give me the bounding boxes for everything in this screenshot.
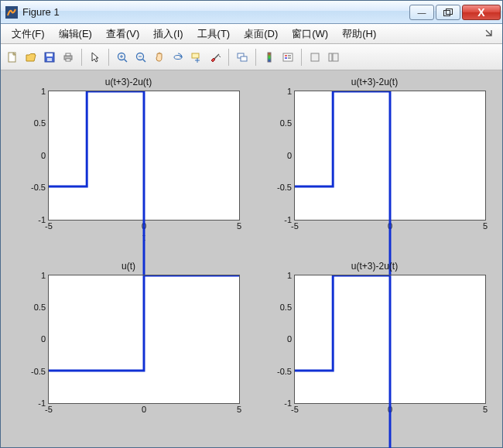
matlab-figure-icon — [5, 6, 18, 19]
plot-title: u(t+3)-2u(t) — [252, 261, 498, 272]
zoom-out-icon — [135, 51, 147, 63]
svg-rect-6 — [47, 58, 52, 61]
zoom-in-icon — [116, 51, 128, 63]
legend-icon — [282, 51, 294, 63]
ytick-label: 0 — [287, 151, 295, 160]
close-button[interactable]: X — [462, 5, 501, 20]
show-plot-tools-button[interactable] — [325, 49, 342, 66]
open-button[interactable] — [22, 49, 39, 66]
plot-title: u(t+3)-2u(t) — [252, 77, 498, 87]
subplot-grid: u(t+3)-2u(t) -1 -0.5 0 0.5 1 -5 0 5 t — [5, 75, 498, 443]
ytick-label: 0.5 — [34, 303, 49, 312]
data-cursor-button[interactable] — [188, 49, 205, 66]
menu-desktop[interactable]: 桌面(D) — [238, 26, 284, 43]
minimize-button[interactable]: — — [409, 5, 434, 20]
window-title: Figure 1 — [22, 6, 409, 18]
toolbar-separator — [228, 49, 229, 66]
plot-title: u(t+3)-2u(t) — [5, 77, 252, 87]
line-series — [49, 91, 239, 282]
ytick-label: 0.5 — [34, 118, 49, 128]
maximize-icon — [443, 9, 453, 16]
insert-legend-button[interactable] — [279, 49, 296, 66]
hide-tools-icon — [309, 51, 321, 63]
toolbar — [1, 44, 502, 70]
ytick-label: 0 — [287, 334, 295, 344]
svg-rect-8 — [66, 53, 70, 56]
window-buttons: — X — [409, 5, 501, 20]
rotate-3d-icon — [172, 51, 184, 63]
line-series — [295, 91, 485, 282]
titlebar[interactable]: Figure 1 — X — [1, 1, 502, 24]
brush-icon — [209, 51, 221, 63]
new-figure-button[interactable] — [4, 49, 21, 66]
svg-rect-30 — [311, 53, 319, 61]
svg-line-21 — [214, 54, 219, 59]
menu-help[interactable]: 帮助(H) — [336, 26, 382, 43]
new-file-icon — [6, 51, 19, 63]
ytick-label: -0.5 — [31, 183, 49, 192]
linking-icon — [236, 51, 248, 63]
menu-edit[interactable]: 编辑(E) — [53, 26, 98, 43]
svg-rect-5 — [46, 53, 53, 56]
save-icon — [43, 51, 56, 63]
svg-rect-2 — [447, 9, 453, 14]
ytick-label: 0.5 — [280, 303, 295, 312]
show-tools-icon — [327, 51, 340, 63]
menubar: 文件(F) 编辑(E) 查看(V) 插入(I) 工具(T) 桌面(D) 窗口(W… — [1, 24, 502, 44]
save-button[interactable] — [41, 49, 58, 66]
subplot-1[interactable]: u(t+3)-2u(t) -1 -0.5 0 0.5 1 -5 0 5 t — [5, 75, 252, 259]
toolbar-separator — [81, 49, 82, 66]
ytick-label: -0.5 — [277, 183, 295, 192]
subplot-4[interactable]: u(t+3)-2u(t) -1 -0.5 0 0.5 1 -5 0 5 — [252, 259, 498, 443]
pointer-button[interactable] — [87, 49, 104, 66]
ytick-label: 0 — [41, 151, 49, 160]
toolbar-separator — [108, 49, 109, 66]
axes: -1 -0.5 0 0.5 1 -5 0 5 — [294, 91, 486, 221]
hide-plot-tools-button[interactable] — [306, 49, 323, 66]
line-series — [49, 275, 239, 449]
figure-window: Figure 1 — X 文件(F) 编辑(E) 查看(V) 插入(I) 工具(… — [0, 0, 503, 448]
pan-hand-icon — [153, 51, 166, 63]
ytick-label: -0.5 — [31, 367, 49, 376]
menu-window[interactable]: 窗口(W) — [286, 26, 334, 43]
subplot-2[interactable]: u(t+3)-2u(t) -1 -0.5 0 0.5 1 -5 0 5 — [252, 75, 498, 259]
toolbar-anchor-icon[interactable] — [482, 26, 498, 41]
svg-rect-23 — [241, 56, 247, 61]
svg-line-11 — [125, 59, 128, 62]
ytick-label: 1 — [41, 87, 49, 96]
svg-rect-9 — [66, 59, 70, 61]
open-folder-icon — [25, 51, 37, 63]
line-series — [295, 275, 485, 449]
data-cursor-icon — [190, 51, 203, 63]
print-button[interactable] — [60, 49, 77, 66]
plot-title: u(t) — [5, 261, 252, 272]
link-data-button[interactable] — [234, 49, 251, 66]
rotate-button[interactable] — [169, 49, 186, 66]
svg-rect-31 — [329, 53, 332, 61]
menu-view[interactable]: 查看(V) — [100, 26, 145, 43]
svg-rect-25 — [283, 53, 293, 61]
ytick-label: 0.5 — [280, 118, 295, 128]
menu-tools[interactable]: 工具(T) — [191, 26, 237, 43]
colorbar-icon — [263, 51, 275, 63]
brush-button[interactable] — [207, 49, 224, 66]
svg-rect-24 — [268, 53, 271, 62]
menu-file[interactable]: 文件(F) — [5, 26, 51, 43]
svg-rect-1 — [444, 10, 450, 15]
close-glyph: X — [477, 6, 484, 19]
ytick-label: 1 — [41, 271, 49, 280]
svg-line-15 — [143, 59, 146, 62]
minimize-glyph: — — [418, 8, 426, 17]
insert-colorbar-button[interactable] — [261, 49, 278, 66]
ytick-label: 0 — [41, 334, 49, 344]
ytick-label: 1 — [287, 271, 295, 280]
toolbar-separator — [255, 49, 256, 66]
menu-insert[interactable]: 插入(I) — [147, 26, 189, 43]
maximize-button[interactable] — [436, 5, 460, 20]
subplot-3[interactable]: u(t) -1 -0.5 0 0.5 1 -5 0 5 — [5, 259, 252, 443]
figure-client-area: u(t+3)-2u(t) -1 -0.5 0 0.5 1 -5 0 5 t — [1, 70, 502, 447]
axes: -1 -0.5 0 0.5 1 -5 0 5 — [294, 275, 486, 405]
pan-button[interactable] — [151, 49, 168, 66]
zoom-in-button[interactable] — [114, 49, 131, 66]
zoom-out-button[interactable] — [132, 49, 149, 66]
